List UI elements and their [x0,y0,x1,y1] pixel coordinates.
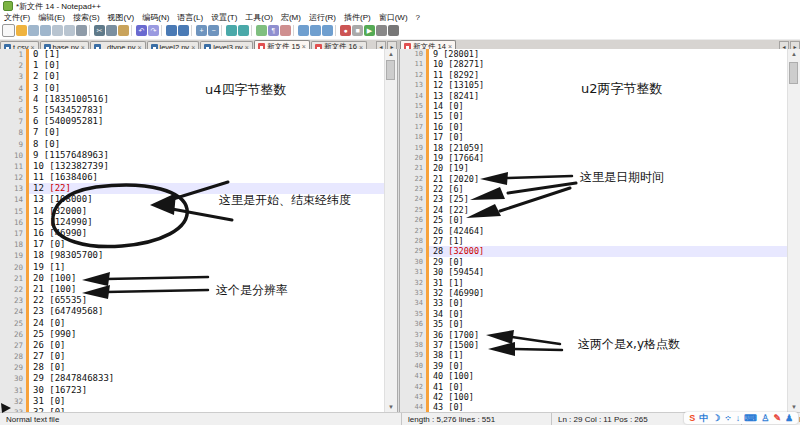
zoom-out-icon[interactable]: − [208,25,219,36]
word-wrap-icon[interactable] [256,25,267,36]
editor-line[interactable]: 1514 [0] [400,101,788,111]
editor-line[interactable]: 3130 [59454] [400,267,788,277]
macro-play-icon[interactable]: ▶ [364,25,375,36]
editor-right[interactable]: 109 [28001]1110 [28271]1211 [8292]1312 [… [400,49,800,412]
editor-line[interactable]: 2625 [0] [400,215,788,225]
skin-brush-icon[interactable]: ✎ [773,414,781,423]
menu-item-12[interactable]: 窗口(W) [375,12,412,23]
editor-line[interactable]: 2726 [42464] [400,226,788,236]
editor-line[interactable]: 4140 [100] [400,371,788,381]
editor-line[interactable]: 1110 [28271] [400,59,788,69]
editor-line[interactable]: 1918 [98305700] [0,250,385,261]
scroll-up-arrow-icon[interactable]: ▲ [385,49,397,59]
cut-icon[interactable]: ✂ [94,25,105,36]
editor-line[interactable]: 2524 [0] [0,318,385,329]
editor-line[interactable]: 1918 [21059] [400,143,788,153]
doc-map-icon[interactable] [310,25,321,36]
editor-line[interactable]: 2928 [32000] [400,246,788,256]
function-list-icon[interactable] [298,25,309,36]
editor-line[interactable]: 32 [0] [0,71,385,82]
menu-item-4[interactable]: 视图(V) [104,12,139,23]
menu-item-10[interactable]: 运行(R) [305,12,340,23]
close-all-icon[interactable] [64,25,75,36]
editor-line[interactable]: 3534 [0] [400,309,788,319]
zoom-in-icon[interactable]: + [196,25,207,36]
menu-item-11[interactable]: 插件(P) [340,12,375,23]
menu-item-1[interactable]: 文件(F) [0,12,34,23]
editor-line[interactable]: 2120 [100] [0,273,385,284]
save-all-icon[interactable] [40,25,51,36]
editor-line[interactable]: 2221 [100] [0,284,385,295]
macro-record-icon[interactable]: ● [340,25,351,36]
left-text-area[interactable]: 10 [1]21 [0]32 [0]43 [0]54 [1835100516]6… [0,49,385,412]
editor-line[interactable]: 1615 [0] [400,111,788,121]
editor-line[interactable]: 1716 [46990] [0,228,385,239]
editor-line[interactable]: 4443 [0] [400,402,788,412]
editor-line[interactable]: 2423 [64749568] [0,306,385,317]
account-icon[interactable]: ♙ [761,414,769,423]
editor-line[interactable]: 43 [0] [0,83,385,94]
save-icon[interactable] [28,25,39,36]
editor-line[interactable]: 87 [0] [0,127,385,138]
editor-line[interactable]: 2726 [0] [0,340,385,351]
title-bar[interactable]: *新文件 14 - Notepad++ [0,0,800,12]
editor-line[interactable]: 3433 [0] [400,298,788,308]
social-icon[interactable]: ♟ [785,414,793,423]
show-all-chars-icon[interactable]: ¶ [268,25,279,36]
editor-line[interactable]: 1110 [132382739] [0,161,385,172]
indent-guide-icon[interactable] [280,25,291,36]
right-vertical-scrollbar[interactable]: ▲ ▼ [787,49,800,412]
editor-line[interactable]: 2019 [1] [0,262,385,273]
left-vertical-scrollbar[interactable]: ▲ ▼ [384,49,397,412]
editor-line[interactable]: 109 [28001] [400,49,788,59]
editor-line[interactable]: 2524 [22] [400,205,788,215]
sync-scroll-v-icon[interactable] [226,25,237,36]
sogou-logo-icon[interactable]: S [689,414,695,423]
editor-line[interactable]: 54 [1835100516] [0,94,385,105]
editor-line[interactable]: 1817 [0] [400,132,788,142]
print-icon[interactable] [76,25,87,36]
editor-line[interactable]: 3231 [0] [0,396,385,407]
open-folder-icon[interactable] [16,25,27,36]
editor-line[interactable]: 2827 [1] [400,236,788,246]
editor-line[interactable]: 4342 [100] [400,392,788,402]
menu-item-3[interactable]: 搜索(S) [69,12,104,23]
menu-item-13[interactable]: ? [412,13,424,22]
editor-line[interactable]: 1817 [0] [0,239,385,250]
editor-line[interactable]: 2423 [25] [400,194,788,204]
effects-icon[interactable]: ⁘ [724,414,732,423]
editor-line[interactable]: 2928 [0] [0,362,385,373]
editor-left[interactable]: 10 [1]21 [0]32 [0]43 [0]54 [1835100516]6… [0,49,397,412]
left-scroll-thumb[interactable] [386,60,395,80]
editor-line[interactable]: 2625 [990] [0,329,385,340]
editor-line[interactable]: 3130 [16723] [0,385,385,396]
replace-icon[interactable] [178,25,189,36]
editor-line[interactable]: 3029 [2847846833] [0,373,385,384]
scroll-down-arrow-icon[interactable]: ▼ [385,402,397,412]
close-icon[interactable] [52,25,63,36]
editor-line[interactable]: 3332 [46990] [400,288,788,298]
editor-line[interactable]: 1211 [8292] [400,70,788,80]
macro-save-icon[interactable] [376,25,387,36]
macro-stop-icon[interactable]: ■ [352,25,363,36]
editor-line[interactable]: 2019 [17664] [400,153,788,163]
copy-icon[interactable] [106,25,117,36]
editor-line[interactable]: 10 [1] [0,49,385,60]
menu-item-6[interactable]: 语言(L) [173,12,207,23]
macro-run-multiple-icon[interactable] [388,25,399,36]
download-icon[interactable]: ↓ [736,414,741,423]
editor-line[interactable]: 3029 [0] [400,257,788,267]
editor-line[interactable]: 4039 [0] [400,361,788,371]
editor-line[interactable]: 109 [1157648963] [0,150,385,161]
editor-line[interactable]: 98 [0] [0,139,385,150]
menu-item-2[interactable]: 编辑(E) [34,12,69,23]
right-text-area[interactable]: 109 [28001]1110 [28271]1211 [8292]1312 [… [400,49,788,412]
scroll-down-arrow-icon[interactable]: ▼ [788,402,800,412]
chinese-mode-icon[interactable]: 中 [699,414,708,423]
editor-line[interactable]: 1716 [0] [400,122,788,132]
editor-line[interactable]: 2322 [65535] [0,295,385,306]
sync-scroll-h-icon[interactable] [238,25,249,36]
editor-line[interactable]: 65 [543452783] [0,105,385,116]
menu-item-9[interactable]: 宏(M) [277,12,305,23]
editor-line[interactable]: 76 [540095281] [0,116,385,127]
